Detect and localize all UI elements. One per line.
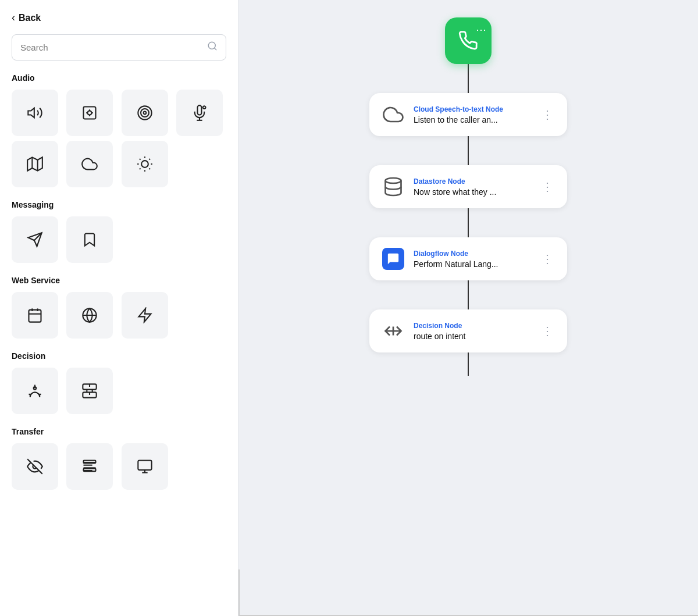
- svg-point-7: [143, 112, 146, 115]
- svg-point-33: [34, 387, 37, 390]
- connector-0: [468, 64, 469, 93]
- light-cell[interactable]: [122, 141, 168, 187]
- flow-container: ⋯ Cloud Speech-to-text Node Listen to th…: [369, 0, 567, 376]
- svg-point-5: [138, 106, 151, 119]
- dialogflow-icon-wrap: [381, 247, 405, 271]
- bolt-cell[interactable]: [122, 292, 168, 339]
- svg-marker-11: [27, 157, 42, 170]
- back-label: Back: [19, 13, 41, 23]
- dialogflow-icon: [382, 248, 404, 270]
- sidebar: ‹ Back Audio: [0, 0, 238, 616]
- cloud-speech-menu[interactable]: ⋮: [539, 105, 555, 124]
- datastore-type: Datastore Node: [414, 177, 531, 186]
- canvas: ⋯ Cloud Speech-to-text Node Listen to th…: [238, 0, 698, 616]
- start-node-menu[interactable]: ⋯: [476, 23, 487, 36]
- phone-icon: [458, 31, 478, 51]
- connector-1: [468, 136, 469, 165]
- connector-3: [468, 280, 469, 309]
- svg-marker-2: [28, 108, 34, 117]
- svg-line-22: [149, 159, 150, 160]
- mic-icon: [191, 105, 208, 121]
- cloud-speech-node[interactable]: Cloud Speech-to-text Node Listen to the …: [369, 93, 567, 136]
- audio-grid: [12, 90, 226, 187]
- svg-line-21: [139, 168, 140, 169]
- decision-grid: [12, 368, 226, 414]
- map-cell[interactable]: [12, 141, 58, 187]
- search-input[interactable]: [20, 42, 207, 52]
- split-icon: [27, 383, 43, 399]
- svg-rect-46: [84, 469, 96, 472]
- webservice-grid: [12, 292, 226, 339]
- category-audio-label: Audio: [12, 73, 226, 83]
- dialogflow-content: Dialogflow Node Perform Natural Lang...: [414, 250, 531, 269]
- start-node[interactable]: ⋯: [445, 17, 492, 64]
- database-icon: [383, 176, 404, 197]
- monitor-icon: [137, 458, 153, 475]
- globe-icon: [81, 307, 98, 323]
- monitor-cell[interactable]: [122, 443, 168, 490]
- bookmark-icon: [81, 232, 98, 248]
- datastore-content: Datastore Node Now store what they ...: [414, 177, 531, 197]
- dialogflow-menu[interactable]: ⋮: [539, 250, 555, 268]
- split-cell[interactable]: [12, 368, 58, 414]
- cloud-speech-type: Cloud Speech-to-text Node: [414, 105, 531, 113]
- globe-cell[interactable]: [66, 292, 113, 339]
- decision-content: Decision Node route on intent: [414, 322, 531, 341]
- cloud-cell[interactable]: [66, 141, 113, 187]
- volume-icon: [27, 105, 43, 121]
- datastore-icon-wrap: [381, 175, 405, 199]
- canvas-border-left: [238, 569, 240, 616]
- svg-rect-47: [138, 461, 151, 470]
- back-chevron-icon: ‹: [12, 12, 15, 24]
- cloud-speech-icon: [383, 104, 404, 125]
- server-cell[interactable]: [66, 368, 113, 414]
- svg-rect-45: [84, 461, 96, 464]
- datastore-menu[interactable]: ⋮: [539, 177, 555, 196]
- messaging-grid: [12, 216, 226, 263]
- eye-off-cell[interactable]: [12, 443, 58, 490]
- category-messaging-label: Messaging: [12, 200, 226, 209]
- decision-icon: [383, 321, 404, 341]
- decision-node[interactable]: Decision Node route on intent ⋮: [369, 309, 567, 352]
- send-cell[interactable]: [12, 216, 58, 263]
- volume-cell[interactable]: [12, 90, 58, 136]
- media-settings-icon: [81, 105, 98, 121]
- text-cell[interactable]: [66, 443, 113, 490]
- media-settings-cell[interactable]: [66, 90, 113, 136]
- decision-menu[interactable]: ⋮: [539, 322, 555, 340]
- svg-point-14: [141, 161, 148, 168]
- light-icon: [137, 156, 153, 172]
- eye-off-icon: [27, 458, 43, 475]
- search-icon: [207, 41, 218, 54]
- cloud-speech-content: Cloud Speech-to-text Node Listen to the …: [414, 105, 531, 124]
- decision-desc: route on intent: [414, 332, 531, 341]
- connector-2: [468, 208, 469, 237]
- category-decision-label: Decision: [12, 351, 226, 361]
- text-icon: [81, 458, 98, 475]
- server-icon: [81, 383, 98, 399]
- cloud-speech-icon-wrap: [381, 102, 405, 127]
- datastore-desc: Now store what they ...: [414, 187, 531, 197]
- svg-point-50: [386, 178, 401, 183]
- cloud-icon: [81, 156, 98, 172]
- svg-rect-25: [29, 310, 41, 322]
- dialogflow-node[interactable]: Dialogflow Node Perform Natural Lang... …: [369, 237, 567, 280]
- bolt-icon: [137, 307, 153, 323]
- mic-cell[interactable]: [176, 90, 223, 136]
- svg-line-1: [214, 48, 216, 49]
- calendar-icon: [27, 307, 43, 323]
- calendar-cell[interactable]: [12, 292, 58, 339]
- connector-4: [468, 352, 469, 376]
- send-icon: [27, 232, 43, 248]
- svg-rect-3: [84, 107, 96, 119]
- svg-point-10: [203, 106, 206, 109]
- datastore-node[interactable]: Datastore Node Now store what they ... ⋮: [369, 165, 567, 208]
- svg-point-6: [141, 109, 149, 117]
- category-transfer-label: Transfer: [12, 427, 226, 436]
- target-cell[interactable]: [122, 90, 168, 136]
- svg-line-18: [149, 168, 150, 169]
- back-button[interactable]: ‹ Back: [12, 12, 41, 24]
- search-box: [12, 34, 226, 60]
- target-icon: [137, 105, 153, 121]
- bookmark-cell[interactable]: [66, 216, 113, 263]
